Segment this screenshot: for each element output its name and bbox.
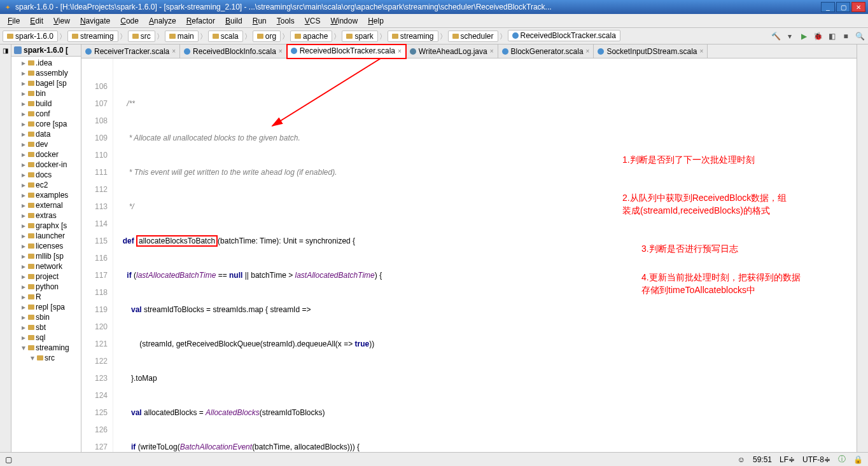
coverage-button[interactable]: ◧ <box>826 31 837 42</box>
tree-item-python[interactable]: ▸python <box>11 282 81 292</box>
breadcrumb-2[interactable]: src <box>128 31 155 42</box>
tree-item-R[interactable]: ▸R <box>11 292 81 302</box>
tree-item-docker[interactable]: ▸docker <box>11 149 81 160</box>
tree-arrow-icon[interactable]: ▸ <box>20 181 27 189</box>
run-button[interactable]: ▶ <box>798 31 809 42</box>
menu-refactor[interactable]: Refactor <box>181 15 220 27</box>
tree-arrow-icon[interactable]: ▸ <box>20 99 27 108</box>
close-tab-icon[interactable]: × <box>172 48 176 55</box>
tree-arrow-icon[interactable]: ▸ <box>20 160 27 169</box>
close-tab-icon[interactable]: × <box>398 48 402 55</box>
breadcrumb-3[interactable]: main <box>165 31 199 42</box>
tree-item-external[interactable]: ▸external <box>11 200 81 210</box>
tree-arrow-icon[interactable]: ▸ <box>20 292 27 301</box>
tree-item-project[interactable]: ▸project <box>11 271 81 282</box>
close-tab-icon[interactable]: × <box>279 48 283 55</box>
tree-arrow-icon[interactable]: ▸ <box>20 282 27 291</box>
tree-item-sql[interactable]: ▸sql <box>11 332 81 343</box>
close-tab-icon[interactable]: × <box>586 48 590 55</box>
tree-arrow-icon[interactable]: ▸ <box>20 150 27 159</box>
breadcrumb-6[interactable]: apache <box>290 31 332 42</box>
menu-analyze[interactable]: Analyze <box>144 15 181 27</box>
tree-item-dev[interactable]: ▸dev <box>11 139 81 149</box>
tree-arrow-icon[interactable]: ▸ <box>20 69 27 78</box>
menu-build[interactable]: Build <box>220 15 248 27</box>
tree-item-examples[interactable]: ▸examples <box>11 190 81 200</box>
tree-item-idea[interactable]: ▸.idea <box>11 58 81 68</box>
maximize-button[interactable]: ▢ <box>836 2 850 12</box>
build-icon[interactable]: 🔨 <box>770 31 781 42</box>
menu-edit[interactable]: Edit <box>25 15 48 27</box>
minimize-button[interactable]: _ <box>821 2 835 12</box>
code-area[interactable]: 1061071081091101111121131141151161171181… <box>81 58 857 452</box>
tree-item-bagelsp[interactable]: ▸bagel [sp <box>11 78 81 88</box>
tree-arrow-icon[interactable]: ▸ <box>20 313 27 322</box>
tree-arrow-icon[interactable]: ▸ <box>20 170 27 179</box>
tree-item-streaming[interactable]: ▾streaming <box>11 343 81 353</box>
tree-item-corespa[interactable]: ▸core [spa <box>11 119 81 129</box>
tree-arrow-icon[interactable]: ▸ <box>20 303 27 312</box>
code-content[interactable]: /** * Allocate all unallocated blocks to… <box>113 58 857 452</box>
tree-arrow-icon[interactable]: ▾ <box>20 343 27 352</box>
tree-item-data[interactable]: ▸data <box>11 129 81 139</box>
hector-icon[interactable]: ☺ <box>738 455 745 464</box>
tree-arrow-icon[interactable]: ▸ <box>20 272 27 281</box>
search-icon[interactable]: 🔍 <box>854 31 865 42</box>
run-config-dropdown[interactable]: ▾ <box>784 31 795 42</box>
tree-item-docs[interactable]: ▸docs <box>11 170 81 180</box>
tree-arrow-icon[interactable]: ▸ <box>20 211 27 220</box>
breadcrumb-1[interactable]: streaming <box>67 31 118 42</box>
menu-run[interactable]: Run <box>248 15 272 27</box>
close-tab-icon[interactable]: × <box>700 48 704 55</box>
lock-icon[interactable]: 🔒 <box>853 455 863 464</box>
tree-arrow-icon[interactable]: ▸ <box>20 201 27 210</box>
menu-navigate[interactable]: Navigate <box>75 15 115 27</box>
menu-tools[interactable]: Tools <box>272 15 300 27</box>
tree-arrow-icon[interactable]: ▸ <box>20 120 27 128</box>
tab-SocketInputDStream-scala[interactable]: SocketInputDStream.scala× <box>594 45 708 58</box>
menu-file[interactable]: File <box>3 15 25 27</box>
breadcrumb-9[interactable]: scheduler <box>448 31 498 42</box>
tree-arrow-icon[interactable]: ▸ <box>20 262 27 271</box>
tree-arrow-icon[interactable]: ▸ <box>20 252 27 261</box>
tree-item-conf[interactable]: ▸conf <box>11 109 81 119</box>
tree-item-ec2[interactable]: ▸ec2 <box>11 180 81 190</box>
tree-item-build[interactable]: ▸build <box>11 99 81 109</box>
tree-arrow-icon[interactable]: ▸ <box>20 140 27 149</box>
tree-item-graphxs[interactable]: ▸graphx [s <box>11 221 81 231</box>
tab-ReceivedBlockTracker-scala[interactable]: ReceivedBlockTracker.scala× <box>287 45 406 58</box>
menu-window[interactable]: Window <box>325 15 363 27</box>
tree-arrow-icon[interactable]: ▾ <box>29 353 36 362</box>
tree-item-assembly[interactable]: ▸assembly <box>11 68 81 78</box>
menu-code[interactable]: Code <box>115 15 144 27</box>
stop-button[interactable]: ■ <box>840 31 851 42</box>
close-tab-icon[interactable]: × <box>490 48 494 55</box>
tree-arrow-icon[interactable]: ▸ <box>20 79 27 88</box>
tree-item-src[interactable]: ▾src <box>11 353 81 363</box>
project-toolwindow-button[interactable]: ◨ <box>2 47 9 54</box>
menu-vcs[interactable]: VCS <box>300 15 326 27</box>
insert-mode-icon[interactable]: ⓘ <box>838 454 846 465</box>
breadcrumb-5[interactable]: org <box>253 31 281 42</box>
tree-arrow-icon[interactable]: ▸ <box>20 191 27 200</box>
tab-BlockGenerator-scala[interactable]: BlockGenerator.scala× <box>498 45 594 58</box>
tree-item-launcher[interactable]: ▸launcher <box>11 231 81 241</box>
breadcrumb-7[interactable]: spark <box>342 31 377 42</box>
tree-arrow-icon[interactable]: ▸ <box>20 333 27 342</box>
tree-item-licenses[interactable]: ▸licenses <box>11 241 81 251</box>
tree-arrow-icon[interactable]: ▸ <box>20 89 27 98</box>
tree-arrow-icon[interactable]: ▸ <box>20 109 27 118</box>
tree-item-network[interactable]: ▸network <box>11 261 81 271</box>
debug-button[interactable]: 🐞 <box>812 31 823 42</box>
tree-arrow-icon[interactable]: ▸ <box>20 242 27 250</box>
tree-arrow-icon[interactable]: ▸ <box>20 231 27 240</box>
tree-item-mllibsp[interactable]: ▸mllib [sp <box>11 251 81 261</box>
tree-arrow-icon[interactable]: ▸ <box>20 58 27 67</box>
tree-arrow-icon[interactable]: ▸ <box>20 130 27 139</box>
project-tree[interactable]: ▸.idea▸assembly▸bagel [sp▸bin▸build▸conf… <box>11 57 81 364</box>
tree-item-bin[interactable]: ▸bin <box>11 88 81 99</box>
tree-item-extras[interactable]: ▸extras <box>11 210 81 221</box>
tab-WriteAheadLog-java[interactable]: WriteAheadLog.java× <box>406 45 498 58</box>
menu-help[interactable]: Help <box>363 15 389 27</box>
tree-item-replspa[interactable]: ▸repl [spa <box>11 302 81 312</box>
